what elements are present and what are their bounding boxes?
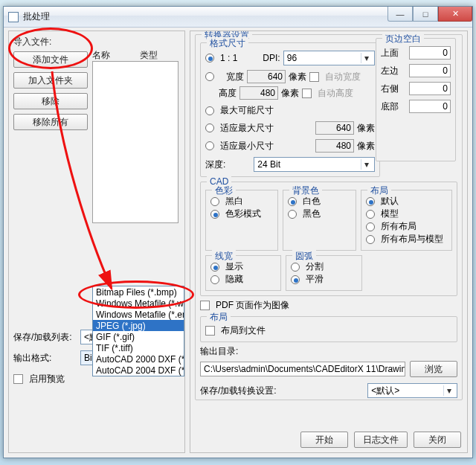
margins-legend: 页边空白 xyxy=(382,33,424,45)
pdf-as-image-checkbox[interactable] xyxy=(200,301,210,310)
depth-select[interactable]: 24 Bit ▾ xyxy=(254,157,375,172)
format-size-legend: 格式尺寸 xyxy=(207,37,248,50)
output-dir-label: 输出目录: xyxy=(200,345,238,358)
window-title: 批处理 xyxy=(23,10,50,23)
start-button[interactable]: 开始 xyxy=(300,432,348,448)
bg-white-radio[interactable] xyxy=(288,197,297,206)
right-panel: 转换器设置 格式尺寸 1 : 1 DPI: 96 ▾ xyxy=(190,31,468,453)
arc-split-radio[interactable] xyxy=(291,263,300,272)
format-option[interactable]: AutoCAD 2000 DXF (*.dx xyxy=(93,353,184,365)
save-settings-label: 保存/加载转换设置: xyxy=(200,385,277,397)
dpi-select[interactable]: 96 ▾ xyxy=(283,51,375,65)
ratio-11-radio[interactable] xyxy=(205,54,214,62)
format-option[interactable]: TIF (*.tiff) xyxy=(93,342,184,353)
file-list[interactable] xyxy=(92,61,178,223)
remove-all-button[interactable]: 移除所有 xyxy=(13,114,88,130)
fit-min-input[interactable]: 480 xyxy=(315,139,354,153)
margin-left-input[interactable]: 0 xyxy=(409,64,451,77)
margin-bottom-input[interactable]: 0 xyxy=(409,100,451,113)
auto-width-checkbox[interactable] xyxy=(309,72,319,82)
save-settings-select[interactable]: <默认> ▾ xyxy=(367,383,457,398)
format-option[interactable]: AutoCAD 2004 DXF (*.dx xyxy=(93,365,184,376)
add-folder-button[interactable]: 加入文件夹 xyxy=(13,72,88,89)
enable-preview-checkbox[interactable] xyxy=(13,374,23,384)
maximize-button[interactable]: □ xyxy=(413,7,438,22)
line-show-radio[interactable] xyxy=(210,263,219,272)
bg-black-radio[interactable] xyxy=(288,210,297,219)
import-label: 导入文件: xyxy=(13,36,180,48)
margin-right-input[interactable]: 0 xyxy=(409,82,451,95)
close-button[interactable]: ✕ xyxy=(438,7,472,22)
col-name: 名称 xyxy=(92,49,110,62)
custom-size-radio[interactable] xyxy=(205,72,214,81)
col-type: 类型 xyxy=(140,49,158,62)
output-format-label: 输出格式: xyxy=(13,352,77,365)
layouts-out-legend: 布局 xyxy=(207,311,231,324)
chevron-down-icon: ▾ xyxy=(361,53,371,63)
output-dir-input[interactable]: C:\Users\admin\Documents\CADEditorX 11\D… xyxy=(200,362,405,376)
layout-model-radio[interactable] xyxy=(366,210,375,219)
layout-default-radio[interactable] xyxy=(366,197,375,206)
fit-max-input[interactable]: 640 xyxy=(315,121,354,135)
format-option[interactable]: GIF (*.gif) xyxy=(93,331,184,342)
arc-smooth-radio[interactable] xyxy=(291,275,300,284)
line-hide-radio[interactable] xyxy=(210,275,219,284)
margin-top-input[interactable]: 0 xyxy=(409,46,451,60)
format-option[interactable]: Windows Metafile (*.wm xyxy=(93,298,184,309)
close-dialog-button[interactable]: 关闭 xyxy=(414,432,461,448)
chevron-down-icon: ▾ xyxy=(361,159,371,170)
titlebar[interactable]: 批处理 — □ ✕ xyxy=(4,7,472,28)
fit-min-radio[interactable] xyxy=(205,141,214,150)
minimize-button[interactable]: — xyxy=(387,7,413,22)
save-list-label: 保存/加载列表: xyxy=(13,331,77,344)
max-possible-radio[interactable] xyxy=(205,106,214,115)
app-icon xyxy=(8,12,19,22)
depth-label: 深度: xyxy=(205,158,225,171)
color-mode-radio[interactable] xyxy=(210,210,219,219)
browse-button[interactable]: 浏览 xyxy=(410,361,457,377)
layout-all-model-radio[interactable] xyxy=(366,235,375,244)
add-file-button[interactable]: 添加文件 xyxy=(13,51,88,68)
format-option[interactable]: Bitmap Files (*.bmp) xyxy=(93,286,184,298)
format-option[interactable]: Windows Metafile (*.em xyxy=(93,309,184,320)
chevron-down-icon: ▾ xyxy=(443,385,454,396)
left-panel: 导入文件: 添加文件 加入文件夹 移除 移除所有 名称 类型 保存/加载列表: … xyxy=(8,31,185,453)
layouts-to-file-checkbox[interactable] xyxy=(205,326,215,336)
dpi-label: DPI: xyxy=(263,53,280,63)
batch-dialog: 批处理 — □ ✕ 导入文件: 添加文件 加入文件夹 移除 移除所有 名称 类型 xyxy=(3,6,473,458)
format-option-selected[interactable]: JPEG (*.jpg) xyxy=(93,320,184,331)
auto-height-checkbox[interactable] xyxy=(302,89,312,98)
enable-preview-label: 启用预览 xyxy=(29,373,65,385)
remove-button[interactable]: 移除 xyxy=(13,93,88,109)
output-format-dropdown[interactable]: Bitmap Files (*.bmp) Windows Metafile (*… xyxy=(92,286,184,376)
layout-all-radio[interactable] xyxy=(366,222,375,231)
color-bw-radio[interactable] xyxy=(210,197,219,206)
width-input[interactable]: 640 xyxy=(247,70,286,83)
height-input[interactable]: 480 xyxy=(239,86,278,100)
fit-max-radio[interactable] xyxy=(205,124,214,132)
log-button[interactable]: 日志文件 xyxy=(354,432,408,448)
